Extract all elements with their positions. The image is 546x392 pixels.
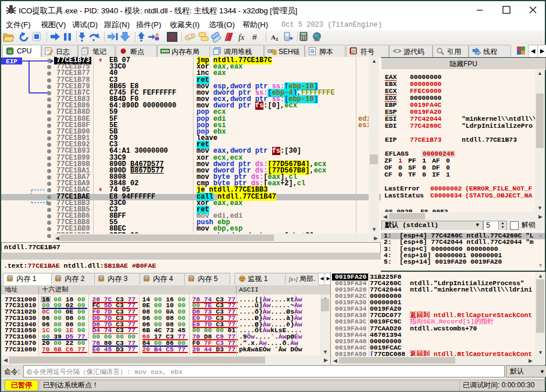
svg-text:32: 32	[8, 50, 12, 53]
svg-text:<>: <>	[393, 48, 401, 55]
svg-text:#: #	[252, 33, 257, 42]
svg-text:S: S	[170, 33, 174, 42]
svg-text:@: @	[351, 49, 355, 54]
svg-text:!: !	[274, 51, 276, 55]
svg-text:fx: fx	[238, 33, 245, 42]
svg-text:o: o	[311, 49, 313, 53]
svg-text:2: 2	[276, 37, 279, 42]
svg-text:A: A	[271, 34, 276, 41]
